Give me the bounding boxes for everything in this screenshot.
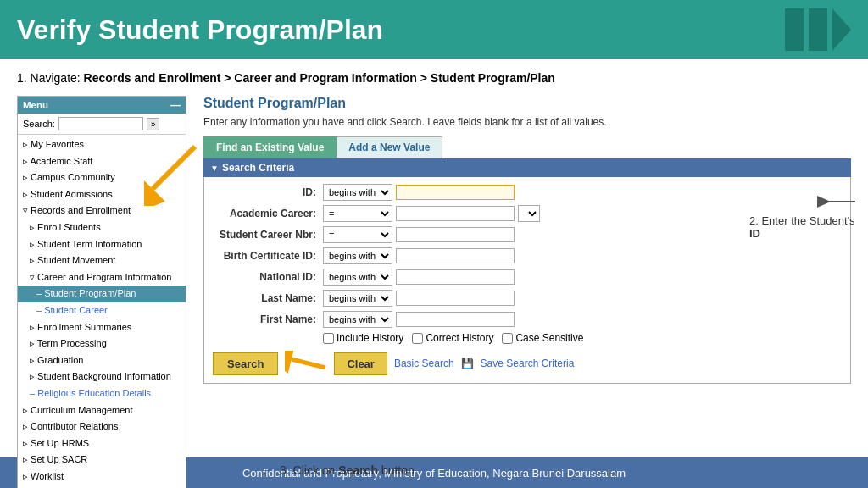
input-id[interactable] xyxy=(396,185,515,200)
panel-title: Student Program/Plan xyxy=(203,96,851,111)
menu-item-student-movement[interactable]: ▹ Student Movement xyxy=(18,252,186,269)
panel-description: Enter any information you have and click… xyxy=(203,116,851,128)
input-student-career-nbr[interactable] xyxy=(396,227,515,242)
menu-item-career-program[interactable]: ▿ Career and Program Information xyxy=(18,269,186,286)
tabs-row: Find an Existing Value Add a New Value xyxy=(203,136,851,158)
save-search-criteria-button[interactable]: Save Search Criteria xyxy=(481,358,575,369)
checkbox-include-history-input[interactable] xyxy=(323,333,334,344)
menu-item-term-processing[interactable]: ▹ Term Processing xyxy=(18,336,186,352)
step2-annotation: 2. Enter the Student's ID xyxy=(749,189,860,240)
input-national-id[interactable] xyxy=(396,269,515,285)
step3-annotation: 3. Click on Search button xyxy=(280,463,415,477)
basic-search-button[interactable]: Basic Search xyxy=(394,358,454,369)
select-first-name-operator[interactable]: begins with = xyxy=(323,311,392,328)
menu-item-enrollment-summaries[interactable]: ▹ Enrollment Summaries xyxy=(18,319,186,336)
checkbox-case-sensitive: Case Sensitive xyxy=(502,332,583,344)
menu-item-religious-education[interactable]: – Religious Education Details xyxy=(18,385,186,402)
header-triangle xyxy=(832,8,851,51)
select-national-id-operator[interactable]: begins with = xyxy=(323,269,392,286)
step2-arrow xyxy=(809,189,860,214)
menu-item-enroll-students[interactable]: ▹ Enroll Students xyxy=(18,219,186,236)
label-first-name: First Name: xyxy=(213,313,323,325)
select-academic-career-value[interactable] xyxy=(518,205,540,222)
menu-search-label: Search: xyxy=(23,119,55,129)
select-birth-cert-operator[interactable]: begins with = xyxy=(323,247,392,264)
step1-bold: Records and Enrollment > Career and Prog… xyxy=(84,71,555,85)
step1-prefix: 1. Navigate: xyxy=(17,71,84,85)
checkbox-correct-history: Correct History xyxy=(412,332,493,344)
menu-search-input[interactable] xyxy=(58,117,143,130)
select-last-name-operator[interactable]: begins with = xyxy=(323,290,392,307)
right-panel: Student Program/Plan Enter any informati… xyxy=(203,96,851,488)
yellow-arrow-svg xyxy=(144,138,212,206)
header: Verify Student Program/Plan xyxy=(0,0,868,59)
header-decorations xyxy=(785,8,851,51)
form-row-last-name: Last Name: begins with = xyxy=(213,290,842,307)
menu-item-curriculum[interactable]: ▹ Curriculum Management xyxy=(18,402,186,419)
input-last-name[interactable] xyxy=(396,291,515,306)
page-title: Verify Student Program/Plan xyxy=(17,14,383,46)
menu-item-contributor[interactable]: ▹ Contributor Relations xyxy=(18,419,186,435)
search-arrow-svg xyxy=(285,351,327,376)
checkboxes-row: Include History Correct History Case Sen… xyxy=(323,332,842,344)
content-wrapper: Menu — Search: » ▹ My Favorites ▹ Academ… xyxy=(17,96,851,488)
menu-item-student-program-plan[interactable]: – Student Program/Plan xyxy=(18,286,186,302)
label-birth-cert: Birth Certificate ID: xyxy=(213,250,323,262)
checkbox-correct-history-label: Correct History xyxy=(426,332,493,344)
form-row-first-name: First Name: begins with = xyxy=(213,311,842,328)
checkbox-case-sensitive-input[interactable] xyxy=(502,333,513,344)
svg-line-3 xyxy=(292,359,326,368)
header-shape-2 xyxy=(809,8,827,51)
search-criteria-header: ▼ Search Criteria xyxy=(203,158,851,177)
label-id: ID: xyxy=(213,186,323,198)
menu-item-setup-hrms[interactable]: ▹ Set Up HRMS xyxy=(18,435,186,452)
form-row-academic-career: Academic Career: = begins with xyxy=(213,205,842,222)
menu-item-student-career[interactable]: – Student Career xyxy=(18,302,186,319)
save-icon: 💾 xyxy=(461,358,474,369)
menu-item-setup-sacr[interactable]: ▹ Set Up SACR xyxy=(18,452,186,469)
select-career-nbr-operator[interactable]: = begins with xyxy=(323,226,392,243)
form-row-student-career-nbr: Student Career Nbr: = begins with xyxy=(213,226,842,243)
checkbox-include-history: Include History xyxy=(323,332,403,344)
menu-item-app-diagnostics[interactable]: ▹ Application Diagnostics xyxy=(18,485,186,488)
search-criteria-label: Search Criteria xyxy=(222,162,294,174)
checkbox-include-history-label: Include History xyxy=(337,332,403,344)
form-row-id: ID: begins with = contains xyxy=(213,184,842,201)
clear-button[interactable]: Clear xyxy=(334,352,387,375)
menu-item-student-term[interactable]: ▹ Student Term Information xyxy=(18,236,186,253)
menu-title: Menu xyxy=(23,100,48,110)
navigation-instruction: 1. Navigate: Records and Enrollment > Ca… xyxy=(17,69,851,87)
input-first-name[interactable] xyxy=(396,312,515,327)
select-academic-career-operator[interactable]: = begins with xyxy=(323,205,392,222)
select-id-operator[interactable]: begins with = contains xyxy=(323,184,392,201)
checkbox-case-sensitive-label: Case Sensitive xyxy=(515,332,583,344)
step2-text: 2. Enter the Student's ID xyxy=(749,214,855,240)
menu-item-student-background[interactable]: ▹ Student Background Information xyxy=(18,369,186,385)
svg-line-1 xyxy=(153,147,195,189)
input-birth-cert[interactable] xyxy=(396,248,515,263)
label-academic-career: Academic Career: xyxy=(213,208,323,219)
step3-text: 3. Click on Search button xyxy=(280,463,415,477)
form-row-national-id: National ID: begins with = xyxy=(213,269,842,286)
label-last-name: Last Name: xyxy=(213,292,323,304)
menu-item-worklist[interactable]: ▹ Worklist xyxy=(18,469,186,485)
header-shape-1 xyxy=(785,8,804,51)
menu-close-icon[interactable]: — xyxy=(170,99,181,111)
form-row-birth-cert: Birth Certificate ID: begins with = xyxy=(213,247,842,264)
input-academic-career[interactable] xyxy=(396,206,515,221)
buttons-row: Search Clear Basic Search 💾 Save Search xyxy=(213,351,842,376)
main-content: 1. Navigate: Records and Enrollment > Ca… xyxy=(0,59,868,458)
label-national-id: National ID: xyxy=(213,271,323,283)
menu-item-graduation[interactable]: ▹ Graduation xyxy=(18,352,186,369)
tab-find-existing[interactable]: Find an Existing Value xyxy=(203,136,337,158)
tab-add-new[interactable]: Add a New Value xyxy=(337,136,442,158)
menu-search-row: Search: » xyxy=(18,114,186,135)
search-button[interactable]: Search xyxy=(213,352,278,375)
checkbox-correct-history-input[interactable] xyxy=(412,333,423,344)
menu-search-button[interactable]: » xyxy=(147,118,160,130)
label-student-career-nbr: Student Career Nbr: xyxy=(213,229,323,241)
menu-header: Menu — xyxy=(18,97,186,114)
